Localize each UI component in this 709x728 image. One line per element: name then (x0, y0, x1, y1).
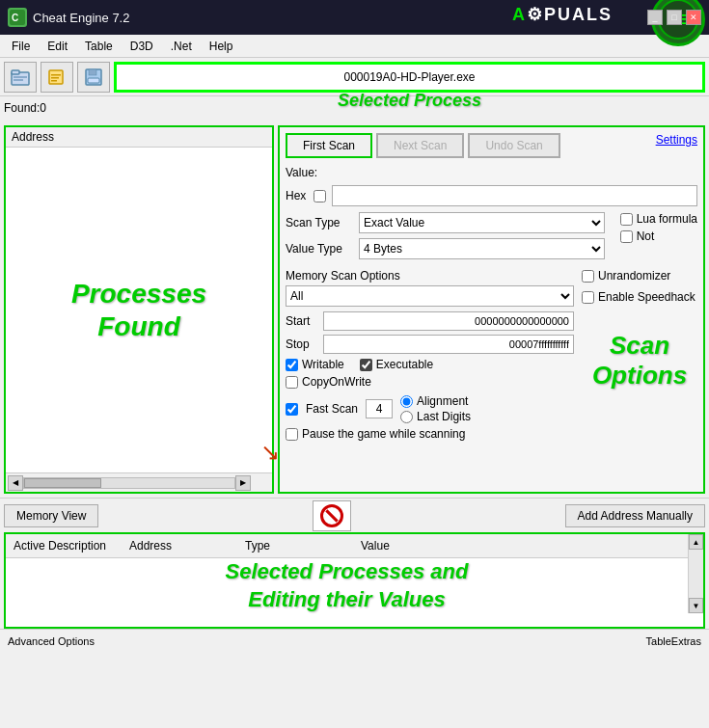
writable-label: Writable (302, 358, 344, 371)
stop-button[interactable] (313, 500, 351, 531)
svg-rect-13 (89, 69, 96, 75)
stop-input[interactable] (323, 335, 574, 354)
col-value: Value (353, 537, 688, 554)
pause-checkbox[interactable] (286, 428, 298, 441)
alignment-row: Alignment (400, 394, 471, 408)
copyonwrite-checkbox[interactable] (286, 376, 298, 389)
fast-scan-label: Fast Scan (306, 402, 358, 416)
value-type-label: Value Type (286, 242, 353, 256)
address-table-area: Active Description Address Type Value Se… (4, 532, 705, 629)
undo-scan-button[interactable]: Undo Scan (468, 133, 559, 158)
scroll-thumb[interactable] (24, 478, 101, 488)
svg-rect-6 (14, 76, 27, 78)
writable-checkbox[interactable] (286, 359, 298, 371)
scroll-down-arrow-indicator: ↘ (260, 439, 280, 466)
svg-rect-5 (12, 70, 19, 74)
first-scan-button[interactable]: First Scan (286, 133, 372, 158)
app-icon: C (8, 8, 27, 27)
table-scroll-down[interactable]: ▼ (689, 598, 703, 613)
save-button[interactable] (77, 62, 110, 93)
value-type-select[interactable]: 4 Bytes (359, 238, 605, 259)
svg-text:C: C (12, 13, 18, 23)
left-scrollbar: ◀ ▶ ↘ (6, 472, 272, 492)
maximize-button[interactable]: □ (667, 10, 682, 25)
fast-scan-checkbox[interactable] (286, 403, 298, 416)
executable-checkbox[interactable] (360, 359, 372, 371)
settings-link[interactable]: Settings (656, 133, 697, 158)
table-scrollbar[interactable]: ▲ ▼ (688, 534, 703, 613)
scroll-track[interactable] (23, 477, 235, 489)
menu-edit[interactable]: Edit (40, 38, 75, 55)
writable-row: Writable (286, 358, 344, 371)
pause-row: Pause the game while scanning (286, 427, 574, 441)
toolbar: 000019A0-HD-Player.exe Selected Process (0, 58, 709, 96)
memory-scan-select[interactable]: All (286, 285, 574, 307)
title-bar: C Cheat Engine 7.2 A⚙PUALS CE _ □ ✕ (0, 0, 709, 35)
value-label: Value: (286, 166, 317, 179)
unrandomizer-row: Unrandomizer (582, 269, 697, 283)
scroll-right-arrow[interactable]: ▶ (235, 475, 251, 491)
last-digits-radio[interactable] (400, 411, 413, 423)
process-input[interactable]: 000019A0-HD-Player.exe (123, 70, 696, 84)
processes-found-area: Processes Found (6, 148, 272, 472)
open-process-button[interactable] (4, 62, 37, 93)
alignment-radio[interactable] (400, 395, 413, 408)
executable-row: Executable (360, 358, 433, 371)
value-type-row: Value Type 4 Bytes (286, 238, 605, 259)
hex-value-row: Hex (286, 185, 697, 206)
close-button[interactable]: ✕ (686, 10, 701, 25)
unrandomizer-checkbox[interactable] (582, 270, 594, 283)
col-active-description: Active Description (6, 537, 122, 554)
writable-exe-row: Writable Executable (286, 358, 574, 371)
pause-label: Pause the game while scanning (302, 427, 465, 441)
scroll-left-arrow[interactable]: ◀ (8, 475, 23, 491)
unrandomizer-label: Unrandomizer (598, 269, 670, 283)
col-address: Address (122, 537, 237, 554)
found-count: Found:0 (4, 98, 46, 118)
menu-d3d[interactable]: D3D (123, 38, 161, 55)
lua-formula-row: Lua formula (620, 212, 697, 226)
svg-rect-14 (88, 78, 99, 83)
menu-table[interactable]: Table (77, 38, 121, 55)
svg-rect-7 (14, 79, 23, 81)
window-controls: _ □ ✕ (647, 10, 701, 25)
right-panel: First Scan Next Scan Undo Scan Settings … (278, 125, 705, 494)
next-scan-button[interactable]: Next Scan (376, 133, 464, 158)
lua-formula-checkbox[interactable] (620, 213, 633, 226)
main-content: Address Processes Found ◀ ▶ ↘ First Scan… (0, 121, 709, 498)
scan-type-select[interactable]: Exact Value (359, 212, 605, 233)
speedhack-label: Enable Speedhack (598, 290, 695, 304)
fast-scan-input[interactable] (366, 399, 393, 418)
scan-type-row: Scan Type Exact Value (286, 212, 605, 233)
executable-label: Executable (376, 358, 433, 371)
open-file-button[interactable] (41, 62, 73, 93)
start-label: Start (286, 314, 319, 328)
not-checkbox[interactable] (620, 230, 633, 243)
lua-formula-label: Lua formula (637, 212, 697, 226)
hex-label: Hex (286, 189, 306, 202)
not-label: Not (637, 229, 655, 243)
add-address-button[interactable]: Add Address Manually (565, 504, 705, 527)
selected-process-label: Selected Process (338, 91, 481, 111)
status-left[interactable]: Advanced Options (8, 635, 95, 647)
menu-file[interactable]: File (4, 38, 38, 55)
stop-icon (320, 504, 343, 527)
value-row: Value: (286, 166, 697, 179)
scan-options-label: Scan Options (582, 331, 697, 391)
minimize-button[interactable]: _ (647, 10, 663, 25)
table-scroll-up[interactable]: ▲ (689, 534, 703, 550)
last-digits-row: Last Digits (400, 410, 471, 423)
stop-row: Stop (286, 335, 574, 354)
alignment-label: Alignment (417, 394, 468, 408)
menu-help[interactable]: Help (202, 38, 241, 55)
table-body: Selected Processes and Editing their Val… (6, 558, 688, 613)
memory-view-button[interactable]: Memory View (4, 504, 98, 527)
speedhack-checkbox[interactable] (582, 291, 594, 304)
start-input[interactable] (323, 311, 574, 331)
table-scroll-track[interactable] (689, 550, 703, 598)
value-text-input[interactable] (332, 185, 697, 206)
process-input-container: 000019A0-HD-Player.exe Selected Process (114, 62, 705, 93)
menu-net[interactable]: .Net (163, 38, 200, 55)
svg-rect-10 (51, 77, 59, 79)
hex-checkbox[interactable] (314, 190, 326, 202)
